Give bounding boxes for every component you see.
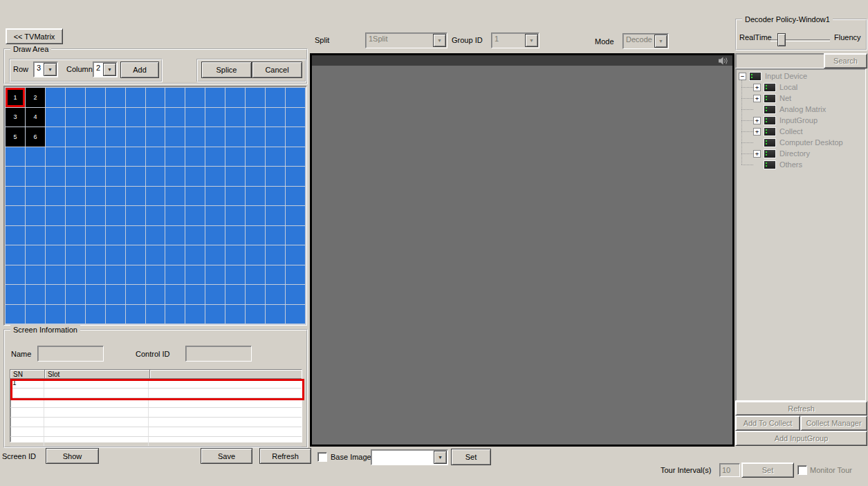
grid-screen-cell-5[interactable]: 5 — [6, 127, 25, 147]
grid-cell[interactable] — [246, 285, 265, 304]
grid-cell[interactable] — [225, 147, 245, 167]
grid-cell[interactable] — [205, 88, 225, 107]
grid-cell[interactable] — [6, 265, 25, 285]
grid-cell[interactable] — [286, 285, 305, 304]
grid-cell[interactable] — [66, 226, 85, 245]
grid-cell[interactable] — [225, 305, 245, 324]
grid-cell[interactable] — [185, 265, 205, 285]
grid-cell[interactable] — [86, 187, 105, 206]
grid-cell[interactable] — [6, 167, 25, 186]
row-select[interactable]: 3 ▼ — [33, 62, 58, 77]
search-input[interactable] — [736, 54, 828, 68]
grid-cell[interactable] — [185, 108, 205, 127]
grid-cell[interactable] — [126, 226, 145, 245]
grid-cell[interactable] — [26, 226, 45, 245]
grid-cell[interactable] — [46, 265, 65, 285]
grid-cell[interactable] — [185, 226, 205, 245]
chevron-down-icon[interactable]: ▼ — [44, 63, 57, 76]
grid-cell[interactable] — [165, 206, 185, 225]
grid-cell[interactable] — [26, 187, 45, 206]
grid-cell[interactable] — [126, 206, 145, 225]
add-button[interactable]: Add — [120, 62, 159, 78]
grid-cell[interactable] — [286, 88, 305, 107]
table-row[interactable]: 1 — [10, 379, 302, 389]
grid-cell[interactable] — [86, 127, 105, 147]
expand-icon[interactable]: + — [753, 128, 761, 135]
grid-cell[interactable] — [126, 88, 145, 107]
grid-cell[interactable] — [205, 127, 225, 147]
save-button[interactable]: Save — [201, 448, 252, 464]
grid-cell[interactable] — [46, 305, 65, 324]
grid-cell[interactable] — [46, 108, 65, 127]
chevron-down-icon[interactable]: ▼ — [433, 34, 446, 47]
table-row[interactable] — [10, 408, 302, 418]
control-id-input[interactable] — [186, 346, 255, 361]
tree-item-input-device[interactable]: −Input Device — [736, 71, 865, 82]
grid-cell[interactable] — [106, 147, 125, 167]
tour-interval-field[interactable] — [719, 463, 740, 477]
grid-cell[interactable] — [6, 187, 25, 206]
chevron-down-icon[interactable]: ▼ — [434, 451, 447, 464]
table-row[interactable] — [10, 389, 302, 398]
tree-item-others[interactable]: Others — [736, 159, 865, 170]
grid-cell[interactable] — [146, 226, 165, 245]
grid-cell[interactable] — [246, 88, 265, 107]
grid-cell[interactable] — [225, 226, 245, 245]
grid-cell[interactable] — [126, 167, 145, 186]
grid-cell[interactable] — [126, 265, 145, 285]
table-row[interactable] — [10, 418, 302, 427]
expand-icon[interactable]: + — [753, 117, 761, 124]
grid-cell[interactable] — [66, 265, 85, 285]
grid-cell[interactable] — [146, 245, 165, 265]
grid-cell[interactable] — [86, 88, 105, 107]
grid-cell[interactable] — [185, 187, 205, 206]
grid-cell[interactable] — [66, 147, 85, 167]
column-select[interactable]: 2 ▼ — [93, 62, 118, 77]
grid-cell[interactable] — [246, 206, 265, 225]
grid-cell[interactable] — [26, 265, 45, 285]
grid-cell[interactable] — [46, 285, 65, 304]
grid-cell[interactable] — [126, 187, 145, 206]
grid-cell[interactable] — [205, 265, 225, 285]
grid-cell[interactable] — [286, 305, 305, 324]
grid-cell[interactable] — [266, 206, 285, 225]
video-display-area[interactable] — [310, 53, 735, 447]
grid-cell[interactable] — [205, 206, 225, 225]
grid-cell[interactable] — [185, 127, 205, 147]
monitor-tour-checkbox[interactable] — [797, 465, 807, 475]
grid-cell[interactable] — [26, 245, 45, 265]
tree-item-inputgroup[interactable]: +InputGroup — [736, 115, 865, 126]
grid-cell[interactable] — [205, 187, 225, 206]
grid-cell[interactable] — [126, 245, 145, 265]
grid-cell[interactable] — [266, 226, 285, 245]
base-image-set-button[interactable]: Set — [451, 449, 491, 465]
search-button[interactable]: Search — [824, 53, 867, 68]
chevron-down-icon[interactable]: ▼ — [103, 63, 116, 76]
grid-screen-cell-1[interactable]: 1 — [6, 88, 25, 107]
refresh-screen-button[interactable]: Refresh — [259, 448, 311, 464]
grid-cell[interactable] — [286, 245, 305, 265]
speaker-icon[interactable] — [719, 57, 728, 65]
grid-cell[interactable] — [66, 127, 85, 147]
search-field[interactable] — [735, 53, 824, 68]
grid-cell[interactable] — [246, 226, 265, 245]
grid-cell[interactable] — [185, 88, 205, 107]
grid-cell[interactable] — [205, 147, 225, 167]
grid-cell[interactable] — [266, 245, 285, 265]
grid-cell[interactable] — [266, 147, 285, 167]
grid-screen-cell-6[interactable]: 6 — [26, 127, 45, 147]
tree-item-local[interactable]: +Local — [736, 82, 865, 93]
grid-cell[interactable] — [165, 167, 185, 186]
grid-cell[interactable] — [266, 285, 285, 304]
grid-cell[interactable] — [266, 127, 285, 147]
grid-cell[interactable] — [266, 167, 285, 186]
grid-cell[interactable] — [246, 265, 265, 285]
grid-cell[interactable] — [246, 127, 265, 147]
grid-cell[interactable] — [86, 108, 105, 127]
grid-cell[interactable] — [185, 285, 205, 304]
grid-cell[interactable] — [165, 226, 185, 245]
split-select[interactable]: 1Split ▼ — [365, 32, 447, 48]
grid-cell[interactable] — [165, 265, 185, 285]
grid-cell[interactable] — [205, 108, 225, 127]
grid-cell[interactable] — [146, 285, 165, 304]
